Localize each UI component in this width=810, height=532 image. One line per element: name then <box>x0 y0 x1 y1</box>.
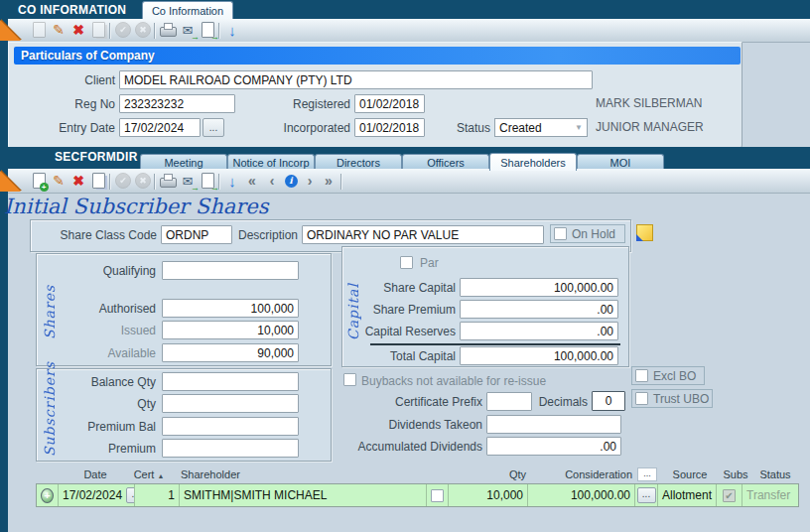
capital-group: Capital Par Share Capital Share Premium … <box>341 246 629 367</box>
delete-record-icon[interactable]: ✖ <box>69 21 87 39</box>
status-cell[interactable]: Transfer <box>742 484 798 506</box>
sort-icon[interactable]: ↓ <box>223 21 241 39</box>
expand-row-cell[interactable]: + <box>37 484 59 506</box>
column-header-qty[interactable]: Qty <box>452 468 526 480</box>
last-record-icon[interactable]: » <box>320 172 338 190</box>
fold-corner-icon <box>0 20 21 41</box>
left-edge-strip <box>0 19 8 532</box>
status-value: Created <box>499 121 542 135</box>
available-field[interactable] <box>162 343 299 362</box>
on-hold-checkbox[interactable] <box>554 227 567 240</box>
edit-record-icon[interactable]: ✎ <box>50 172 68 190</box>
balance-qty-field[interactable] <box>162 372 299 391</box>
accumulated-dividends-label: Accumulated Dividends <box>338 440 482 454</box>
qualifying-field[interactable] <box>162 261 299 280</box>
registered-field[interactable] <box>354 94 425 113</box>
source-cell[interactable]: Allotment <box>658 484 717 506</box>
new-record-icon[interactable] <box>30 21 48 39</box>
client-field[interactable] <box>119 70 593 89</box>
row-more-button[interactable]: ... <box>637 487 656 503</box>
tab-shareholders[interactable]: Shareholders <box>489 153 577 171</box>
sort-icon[interactable]: ↓ <box>223 172 241 190</box>
note-icon[interactable] <box>636 224 653 241</box>
export-icon[interactable]: → <box>199 21 216 39</box>
excl-bo-checkbox[interactable] <box>635 369 648 382</box>
available-label: Available <box>37 346 156 360</box>
regno-field[interactable] <box>119 94 235 113</box>
share-capital-field[interactable] <box>460 278 618 297</box>
toolbar-separator <box>218 23 219 39</box>
tab-co-information[interactable]: Co Information <box>142 1 233 19</box>
consideration-cell[interactable]: 100,000.00 <box>528 484 635 506</box>
email-icon[interactable]: ✉→ <box>179 21 197 39</box>
authorised-field[interactable] <box>162 299 299 318</box>
column-header-consideration[interactable]: Consideration <box>528 468 632 480</box>
email-icon[interactable]: ✉→ <box>179 172 197 190</box>
save-icon[interactable]: ✔ <box>114 21 132 39</box>
buybacks-checkbox[interactable] <box>343 373 356 386</box>
description-field[interactable] <box>302 225 544 244</box>
subs-checkbox[interactable]: ✔ <box>723 489 736 502</box>
status-dropdown[interactable]: Created ▼ <box>494 118 588 137</box>
column-header-subs[interactable]: Subs <box>721 468 750 480</box>
accumulated-dividends-field[interactable] <box>486 437 621 456</box>
par-checkbox[interactable] <box>400 256 413 269</box>
info-icon[interactable]: i <box>282 172 300 190</box>
incorporated-label: Incorporated <box>246 121 350 135</box>
edit-record-icon[interactable]: ✎ <box>50 21 68 39</box>
cancel-icon[interactable]: ✖ <box>134 21 152 39</box>
first-record-icon[interactable]: « <box>243 172 261 190</box>
column-header-cert[interactable]: Cert▲ <box>119 468 179 480</box>
save-icon[interactable]: ✔ <box>114 172 132 190</box>
decimals-field[interactable] <box>592 391 625 411</box>
table-row[interactable]: + 17/02/2024 ... 1 SMITHM|SMITH MICHAEL … <box>36 483 799 507</box>
tab-notice-of-incorp-label: Notice of Incorp <box>232 157 309 169</box>
capital-reserves-field[interactable] <box>460 322 618 340</box>
total-divider <box>370 343 620 345</box>
cancel-icon[interactable]: ✖ <box>134 172 152 190</box>
copy-record-icon[interactable] <box>89 21 107 39</box>
share-class-code-label: Share Class Code <box>42 228 157 242</box>
new-record-icon[interactable]: + <box>30 172 48 190</box>
previous-record-icon[interactable]: ‹ <box>263 172 281 190</box>
share-class-code-field[interactable] <box>161 225 232 244</box>
print-icon[interactable] <box>159 21 177 39</box>
shareholder-cell[interactable]: SMITHM|SMITH MICHAEL <box>180 484 427 506</box>
column-header-more[interactable]: ... <box>637 467 657 481</box>
column-header-shareholder[interactable]: Shareholder <box>181 468 240 480</box>
incorporated-field[interactable] <box>354 118 425 137</box>
column-header-source[interactable]: Source <box>661 468 719 480</box>
date-picker-button[interactable]: ... <box>126 487 135 503</box>
cert-cell[interactable]: 1 <box>135 484 180 506</box>
export-icon[interactable]: → <box>199 172 216 190</box>
par-label: Par <box>420 256 450 270</box>
print-icon[interactable] <box>159 172 177 190</box>
premium-bal-field[interactable] <box>162 417 299 436</box>
delete-record-icon[interactable]: ✖ <box>69 172 87 190</box>
entry-date-field[interactable] <box>119 118 201 137</box>
qty-cell[interactable]: 10,000 <box>449 484 528 506</box>
more-cell[interactable]: ... <box>635 484 658 506</box>
authorised-label: Authorised <box>37 302 156 316</box>
subscribers-group: Subscribers Balance Qty Qty Premium Bal … <box>36 368 332 462</box>
column-header-status[interactable]: Status <box>750 468 800 480</box>
chevron-down-icon: ▼ <box>575 123 583 132</box>
registered-label: Registered <box>246 97 350 111</box>
entry-date-picker-button[interactable]: ... <box>202 118 224 137</box>
qty-field[interactable] <box>162 394 299 413</box>
trust-ubo-checkbox[interactable] <box>635 392 648 405</box>
total-capital-field[interactable] <box>460 346 618 365</box>
row-checkbox[interactable] <box>431 489 444 502</box>
certificate-prefix-field[interactable] <box>486 392 532 411</box>
flag-cell[interactable] <box>427 484 449 506</box>
issued-field[interactable] <box>162 321 299 339</box>
next-record-icon[interactable]: › <box>301 172 319 190</box>
premium-field[interactable] <box>162 439 299 458</box>
dividends-takeon-field[interactable] <box>486 415 621 434</box>
subs-cell[interactable]: ✔ <box>717 484 742 506</box>
share-premium-field[interactable] <box>460 300 618 319</box>
copy-record-icon[interactable] <box>89 172 107 190</box>
date-cell[interactable]: 17/02/2024 ... <box>59 484 135 506</box>
column-header-cert-label: Cert <box>134 468 155 480</box>
buybacks-label: Buybacks not available for re-issue <box>361 374 590 388</box>
